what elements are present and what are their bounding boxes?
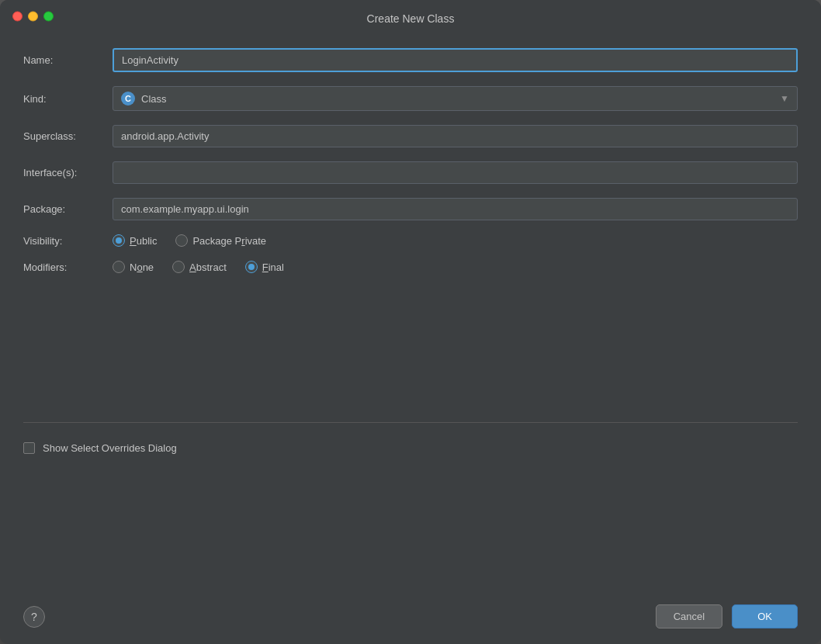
package-label: Package: (23, 203, 113, 215)
kind-label: Kind: (23, 93, 113, 105)
dropdown-arrow-icon: ▼ (780, 93, 789, 104)
modifiers-row: Modifiers: None Abstract Final (23, 261, 798, 273)
modifiers-abstract-option[interactable]: Abstract (172, 261, 227, 273)
bottom-spacer (23, 454, 798, 577)
visibility-public-option[interactable]: Public (113, 234, 157, 247)
name-row: Name: (23, 48, 798, 72)
modifiers-none-option[interactable]: None (113, 261, 154, 273)
checkbox-row[interactable]: Show Select Overrides Dialog (23, 442, 798, 454)
name-label: Name: (23, 54, 113, 66)
show-overrides-label: Show Select Overrides Dialog (43, 442, 177, 454)
modifiers-label: Modifiers: (23, 261, 113, 273)
help-button[interactable]: ? (23, 606, 45, 628)
interfaces-row: Interface(s): (23, 161, 798, 184)
interfaces-input[interactable] (113, 161, 798, 184)
traffic-lights (12, 12, 54, 22)
create-new-class-dialog: Create New Class Name: Kind: C Class ▼ S… (0, 0, 821, 644)
modifiers-none-radio[interactable] (113, 261, 125, 273)
title-bar: Create New Class (0, 0, 821, 33)
package-input[interactable] (113, 198, 798, 220)
kind-value: Class (141, 93, 167, 105)
interfaces-label: Interface(s): (23, 167, 113, 178)
visibility-package-private-option[interactable]: Package Private (175, 234, 266, 247)
modifiers-abstract-radio[interactable] (172, 261, 185, 273)
visibility-package-private-label: Package Private (192, 235, 266, 247)
modifiers-radio-group: None Abstract Final (113, 261, 798, 273)
dialog-title: Create New Class (367, 12, 455, 25)
superclass-label: Superclass: (23, 130, 113, 142)
modifiers-final-option[interactable]: Final (245, 261, 284, 273)
visibility-radio-group: Public Package Private (113, 234, 798, 247)
visibility-label: Visibility: (23, 235, 113, 247)
radio-final-selected-indicator (248, 264, 255, 270)
modifiers-abstract-label: Abstract (189, 261, 227, 273)
divider (23, 422, 798, 423)
superclass-input[interactable] (113, 125, 798, 147)
show-overrides-checkbox[interactable] (23, 442, 35, 454)
name-input[interactable] (113, 48, 798, 72)
visibility-public-label: Public (130, 235, 157, 247)
visibility-package-private-radio[interactable] (175, 234, 188, 247)
kind-badge: C (121, 92, 135, 106)
visibility-public-radio[interactable] (113, 234, 125, 247)
dialog-body: Name: Kind: C Class ▼ Superclass: Interf… (0, 33, 821, 592)
ok-button[interactable]: OK (732, 604, 798, 628)
minimize-button[interactable] (28, 12, 38, 22)
kind-dropdown[interactable]: C Class ▼ (113, 86, 798, 111)
kind-row: Kind: C Class ▼ (23, 86, 798, 111)
close-button[interactable] (12, 12, 23, 22)
superclass-row: Superclass: (23, 125, 798, 147)
button-row: ? Cancel OK (0, 592, 821, 644)
cancel-button[interactable]: Cancel (656, 604, 722, 628)
package-row: Package: (23, 198, 798, 220)
visibility-row: Visibility: Public Package Private (23, 234, 798, 247)
radio-selected-indicator (116, 237, 122, 244)
modifiers-none-label: None (130, 261, 154, 273)
modifiers-final-radio[interactable] (245, 261, 258, 273)
spacer (23, 287, 798, 410)
modifiers-final-label: Final (262, 261, 284, 273)
maximize-button[interactable] (43, 12, 54, 22)
